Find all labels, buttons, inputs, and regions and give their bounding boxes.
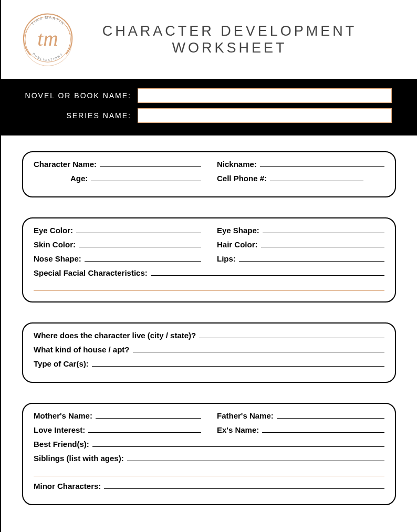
basic-info-card: Character Name: Nickname: Age: Cell Phon… [22,151,396,197]
nickname-field: Nickname: [217,160,384,169]
eye-color-field: Eye Color: [34,226,201,235]
house-field: What kind of house / apt? [34,345,384,354]
eye-color-label: Eye Color: [34,226,76,235]
nose-shape-label: Nose Shape: [34,254,85,263]
logo-bottom-text: PUBLICATIONS [32,53,64,62]
book-info-bar: NOVEL OR BOOK NAME: SERIES NAME: [1,79,417,135]
car-label: Type of Car(s): [34,359,92,368]
nose-shape-input[interactable] [85,254,201,262]
mother-label: Mother's Name: [34,411,96,420]
eye-shape-field: Eye Shape: [217,226,384,235]
novel-name-row: NOVEL OR BOOK NAME: [22,88,396,103]
worksheet-page: TINA MARTIN PUBLICATIONS tm CHARACTER DE… [0,0,417,532]
hair-color-input[interactable] [261,240,384,247]
nickname-input[interactable] [260,160,384,167]
father-input[interactable] [277,411,384,419]
age-input[interactable] [91,174,201,181]
live-label: Where does the character live (city / st… [34,331,199,340]
eye-color-input[interactable] [76,226,201,233]
skin-color-label: Skin Color: [34,240,79,249]
lips-input[interactable] [239,254,384,262]
svg-text:PUBLICATIONS: PUBLICATIONS [32,53,64,62]
live-input[interactable] [199,331,384,338]
series-name-input[interactable] [138,108,392,123]
minor-input[interactable] [104,482,384,489]
siblings-input[interactable] [127,454,384,461]
lips-label: Lips: [217,254,239,263]
eye-shape-label: Eye Shape: [217,226,263,235]
appearance-card: Eye Color: Eye Shape: Skin Color: Hair C… [22,217,396,302]
bestfriend-label: Best Friend(s): [34,440,92,448]
nickname-label: Nickname: [217,160,260,169]
skin-color-field: Skin Color: [34,240,201,249]
age-field: Age: [34,174,201,183]
father-field: Father's Name: [217,411,384,420]
character-name-label: Character Name: [34,160,100,169]
ex-input[interactable] [262,425,384,433]
nose-shape-field: Nose Shape: [34,254,201,263]
content: Character Name: Nickname: Age: Cell Phon… [1,135,417,525]
cellphone-label: Cell Phone #: [217,174,270,183]
bestfriend-field: Best Friend(s): [34,440,384,448]
title-block: CHARACTER DEVELOPMENT WORKSHEET [79,23,401,57]
siblings-field: Siblings (list with ages): [34,454,384,463]
ex-field: Ex's Name: [217,425,384,434]
house-label: What kind of house / apt? [34,345,133,354]
series-name-row: SERIES NAME: [22,108,396,123]
mother-input[interactable] [96,411,201,419]
minor-characters-field: Minor Characters: [34,482,384,491]
bestfriend-input[interactable] [92,440,384,447]
cellphone-input[interactable] [270,174,363,181]
father-label: Father's Name: [217,411,277,420]
siblings-label: Siblings (list with ages): [34,454,127,463]
special-facial-input[interactable] [151,268,384,276]
location-card: Where does the character live (city / st… [22,322,396,383]
logo: TINA MARTIN PUBLICATIONS tm [17,8,79,70]
logo-center-text: tm [37,27,58,50]
skin-color-input[interactable] [79,240,201,247]
hair-color-label: Hair Color: [217,240,261,249]
special-facial-label: Special Facial Characteristics: [34,268,151,277]
title-line-1: CHARACTER DEVELOPMENT [79,23,380,39]
title-line-2: WORKSHEET [79,39,380,56]
special-facial-continuation[interactable] [34,280,384,291]
car-input[interactable] [92,359,384,367]
novel-name-label: NOVEL OR BOOK NAME: [22,91,138,100]
ex-label: Ex's Name: [217,425,262,434]
house-input[interactable] [133,345,385,352]
age-label: Age: [70,174,91,183]
header: TINA MARTIN PUBLICATIONS tm CHARACTER DE… [1,0,417,79]
relationships-card: Mother's Name: Father's Name: Love Inter… [22,403,396,505]
series-name-label: SERIES NAME: [22,111,138,120]
hair-color-field: Hair Color: [217,240,384,249]
love-label: Love Interest: [34,425,88,434]
novel-name-input[interactable] [138,88,392,103]
eye-shape-input[interactable] [263,226,384,233]
cellphone-field: Cell Phone #: [217,174,384,183]
character-name-field: Character Name: [34,160,201,169]
siblings-continuation[interactable] [34,466,384,476]
car-field: Type of Car(s): [34,359,384,368]
character-name-input[interactable] [100,160,201,167]
special-facial-field: Special Facial Characteristics: [34,268,384,277]
minor-label: Minor Characters: [34,482,104,491]
mother-field: Mother's Name: [34,411,201,420]
live-field: Where does the character live (city / st… [34,331,384,340]
love-interest-field: Love Interest: [34,425,201,434]
lips-field: Lips: [217,254,384,263]
love-input[interactable] [88,425,201,433]
